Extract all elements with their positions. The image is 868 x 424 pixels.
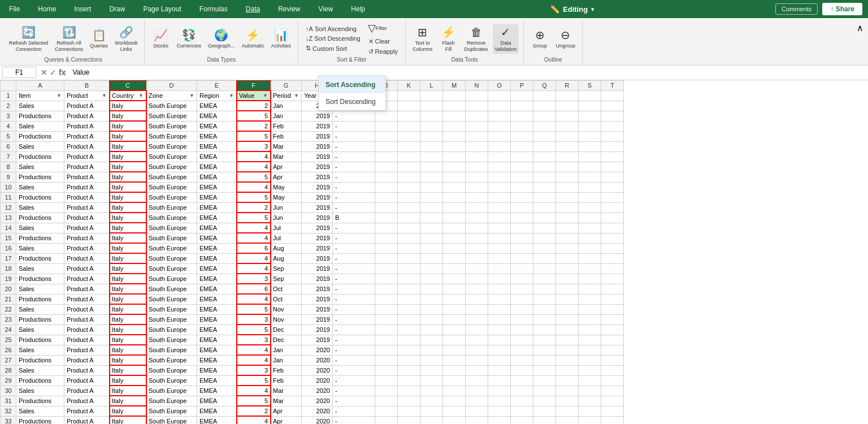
cell-country-13[interactable]: Italy: [110, 213, 146, 223]
cell-col7-12[interactable]: 2019: [302, 202, 333, 213]
cell-col4-10[interactable]: EMEA: [197, 182, 237, 192]
col-header-f[interactable]: F: [237, 80, 271, 90]
comments-button[interactable]: Comments: [775, 3, 818, 15]
col-header-t[interactable]: T: [601, 80, 624, 90]
clear-btn[interactable]: ✕ Clear: [366, 37, 401, 46]
cell-col1-3[interactable]: Product A: [64, 111, 110, 121]
cell-value-15[interactable]: 4: [237, 233, 271, 243]
cell-value-28[interactable]: 3: [237, 365, 271, 375]
cell-col3-31[interactable]: South Europe: [146, 396, 197, 406]
cell-col7-18[interactable]: 2019: [302, 263, 333, 274]
cell-col1-19[interactable]: Product A: [64, 274, 110, 284]
cell-col8-33[interactable]: -: [333, 416, 375, 424]
cell-col0-30[interactable]: Sales: [16, 386, 64, 396]
refresh-selected-btn[interactable]: 🔄 Refresh SelectedConnection: [7, 24, 50, 54]
cell-country-10[interactable]: Italy: [110, 182, 146, 192]
cell-col4-27[interactable]: EMEA: [197, 355, 237, 365]
cell-col0-4[interactable]: Sales: [16, 121, 64, 131]
filter-zone-btn[interactable]: ▼: [189, 93, 194, 98]
cell-col6-25[interactable]: Dec: [271, 335, 302, 345]
cell-col0-25[interactable]: Productions: [16, 335, 64, 345]
cell-country-21[interactable]: Italy: [110, 294, 146, 304]
sort-descending-option[interactable]: Sort Descending: [319, 93, 385, 110]
cell-col8-24[interactable]: -: [333, 325, 375, 335]
ribbon-collapse-btn[interactable]: ∧: [854, 20, 866, 36]
cell-col1-28[interactable]: Product A: [64, 365, 110, 375]
cell-col8-5[interactable]: -: [333, 131, 375, 141]
cell-col6-7[interactable]: Mar: [271, 152, 302, 162]
cell-col7-31[interactable]: 2020: [302, 396, 333, 406]
cell-col6-18[interactable]: Sep: [271, 263, 302, 274]
cell-col4-17[interactable]: EMEA: [197, 253, 237, 263]
cell-col3-32[interactable]: South Europe: [146, 406, 197, 416]
cell-col3-11[interactable]: South Europe: [146, 192, 197, 202]
cell-value-26[interactable]: 4: [237, 345, 271, 355]
cell-col0-27[interactable]: Productions: [16, 355, 64, 365]
cell-col7-32[interactable]: 2020: [302, 406, 333, 416]
filter-period-btn[interactable]: ▼: [294, 93, 299, 98]
cell-col0-10[interactable]: Sales: [16, 182, 64, 192]
cell-value-3[interactable]: 5: [237, 111, 271, 121]
cell-col6-2[interactable]: Jan: [271, 101, 302, 111]
cell-col6-26[interactable]: Jan: [271, 345, 302, 355]
cell-col7-7[interactable]: 2019: [302, 152, 333, 162]
col-header-e[interactable]: E: [197, 80, 237, 90]
cell-value-30[interactable]: 4: [237, 386, 271, 396]
cell-value-22[interactable]: 5: [237, 304, 271, 314]
cell-col4-30[interactable]: EMEA: [197, 386, 237, 396]
cell-col3-16[interactable]: South Europe: [146, 243, 197, 253]
cell-col4-19[interactable]: EMEA: [197, 274, 237, 284]
cell-value-32[interactable]: 2: [237, 406, 271, 416]
cell-col8-11[interactable]: -: [333, 192, 375, 202]
currencies-btn[interactable]: 💱 Currencies: [174, 27, 203, 50]
cell-col3-14[interactable]: South Europe: [146, 223, 197, 233]
cell-col8-21[interactable]: -: [333, 294, 375, 304]
cell-value-18[interactable]: 4: [237, 263, 271, 274]
cell-col8-25[interactable]: -: [333, 335, 375, 345]
custom-sort-btn[interactable]: ⇅ Custom Sort: [303, 44, 363, 53]
menu-view[interactable]: View: [315, 3, 337, 15]
cell-col1-27[interactable]: Product A: [64, 355, 110, 365]
cell-col4-33[interactable]: EMEA: [197, 416, 237, 424]
cell-reference-input[interactable]: [2, 67, 36, 78]
cell-country-16[interactable]: Italy: [110, 243, 146, 253]
cell-col1-21[interactable]: Product A: [64, 294, 110, 304]
cell-col6-24[interactable]: Dec: [271, 325, 302, 335]
cell-col1-24[interactable]: Product A: [64, 325, 110, 335]
cell-col4-5[interactable]: EMEA: [197, 131, 237, 141]
cell-col6-3[interactable]: Jan: [271, 111, 302, 121]
cell-country-8[interactable]: Italy: [110, 162, 146, 172]
cell-value-16[interactable]: 6: [237, 243, 271, 253]
sort-ascending-option[interactable]: Sort Ascending: [319, 76, 385, 93]
spreadsheet[interactable]: A B C D E F G H I J K L M N O P Q: [0, 80, 868, 424]
header-item[interactable]: Item▼: [16, 90, 64, 101]
data-validation-btn[interactable]: ✓ DataValidation: [493, 24, 519, 54]
cell-value-33[interactable]: 4: [237, 416, 271, 424]
cell-col0-23[interactable]: Productions: [16, 314, 64, 325]
menu-draw[interactable]: Draw: [106, 3, 128, 15]
activities-btn[interactable]: 📊 Activities: [269, 27, 294, 50]
cell-col3-22[interactable]: South Europe: [146, 304, 197, 314]
cell-col8-20[interactable]: -: [333, 284, 375, 294]
cell-col4-2[interactable]: EMEA: [197, 101, 237, 111]
cell-country-19[interactable]: Italy: [110, 274, 146, 284]
cell-col3-30[interactable]: South Europe: [146, 386, 197, 396]
col-header-r[interactable]: R: [556, 80, 579, 90]
cell-col8-8[interactable]: -: [333, 162, 375, 172]
cell-country-18[interactable]: Italy: [110, 263, 146, 274]
cell-col3-24[interactable]: South Europe: [146, 325, 197, 335]
cell-col3-15[interactable]: South Europe: [146, 233, 197, 243]
cell-col7-11[interactable]: 2019: [302, 192, 333, 202]
cell-value-6[interactable]: 3: [237, 141, 271, 152]
group-btn[interactable]: ⊕ Group: [528, 27, 551, 50]
cell-col8-32[interactable]: -: [333, 406, 375, 416]
cell-col8-4[interactable]: -: [333, 121, 375, 131]
cell-col0-7[interactable]: Productions: [16, 152, 64, 162]
cell-col1-17[interactable]: Product A: [64, 253, 110, 263]
cell-col8-16[interactable]: -: [333, 243, 375, 253]
cell-col1-10[interactable]: Product A: [64, 182, 110, 192]
cell-col1-5[interactable]: Product A: [64, 131, 110, 141]
cell-col4-15[interactable]: EMEA: [197, 233, 237, 243]
cell-country-26[interactable]: Italy: [110, 345, 146, 355]
cell-col4-6[interactable]: EMEA: [197, 141, 237, 152]
